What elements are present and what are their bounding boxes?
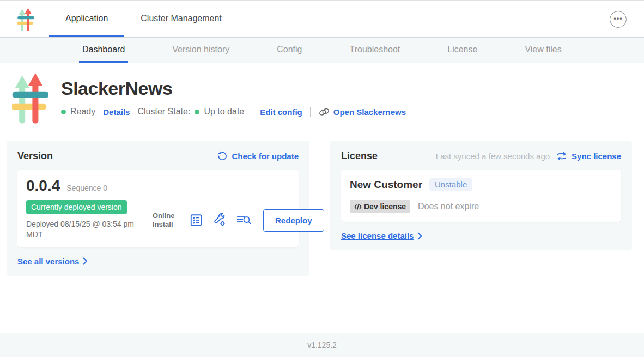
details-link[interactable]: Details — [103, 107, 130, 117]
cluster-state-dot — [195, 110, 199, 114]
version-sequence: Sequence 0 — [66, 184, 107, 192]
app-subnav: Dashboard Version history Config Trouble… — [0, 38, 644, 63]
divider — [310, 107, 311, 117]
deployed-timestamp: Deployed 08/15/25 @ 03:54 pm MDT — [26, 219, 143, 240]
ellipsis-icon: ••• — [613, 14, 623, 22]
channel-badge: Unstable — [429, 178, 472, 191]
dashboard-cards: Version Check for update 0.0.4 Sequence … — [7, 141, 632, 276]
console-footer: v1.125.2 — [0, 333, 644, 357]
version-card-title: Version — [17, 150, 53, 162]
edit-config-button[interactable] — [212, 213, 227, 227]
version-number: 0.0.4 — [26, 177, 60, 195]
install-type-label: Online Install — [153, 211, 180, 229]
license-card: License Last synced a few seconds ago Sy… — [330, 141, 632, 250]
more-options-button[interactable]: ••• — [610, 11, 627, 28]
sync-icon — [556, 152, 567, 161]
see-all-versions-link[interactable]: See all versions — [17, 257, 79, 266]
chevron-right-icon — [417, 232, 422, 240]
code-icon — [354, 204, 362, 210]
wrench-gear-icon — [212, 213, 227, 227]
slackernews-logo-icon — [17, 8, 34, 31]
tab-cluster-management[interactable]: Cluster Management — [124, 1, 238, 37]
console-version: v1.125.2 — [307, 341, 337, 349]
edit-config-link[interactable]: Edit config — [260, 107, 302, 117]
license-details-panel: New Customer Unstable Dev license Does n… — [341, 170, 621, 222]
customer-name: New Customer — [350, 179, 422, 191]
divider — [252, 107, 252, 117]
preflight-checklist-icon — [189, 213, 203, 227]
view-diff-button[interactable] — [236, 214, 251, 227]
link-icon — [318, 108, 330, 116]
check-for-update-link[interactable]: Check for update — [232, 152, 299, 161]
deployed-badge: Currently deployed version — [26, 200, 127, 214]
redeploy-button[interactable]: Redeploy — [263, 209, 324, 232]
app-ready-dot — [61, 110, 66, 114]
open-app-link[interactable]: Open Slackernews — [333, 107, 406, 117]
license-type-badge: Dev license — [350, 200, 410, 213]
version-card: Version Check for update 0.0.4 Sequence … — [7, 141, 309, 276]
see-license-details-link[interactable]: See license details — [341, 231, 414, 240]
subnav-dashboard[interactable]: Dashboard — [79, 38, 128, 63]
app-header: SlackerNews Ready Details Cluster State:… — [7, 72, 632, 124]
preflight-checks-button[interactable] — [189, 213, 203, 227]
license-card-title: License — [341, 150, 378, 162]
current-version-panel: 0.0.4 Sequence 0 Currently deployed vers… — [17, 170, 299, 247]
brand-logo — [17, 1, 34, 37]
cluster-state-value: Up to date — [204, 107, 244, 117]
page-title: SlackerNews — [61, 78, 406, 99]
chevron-right-icon — [83, 257, 88, 265]
dashboard-main: SlackerNews Ready Details Cluster State:… — [0, 63, 644, 333]
subnav-license[interactable]: License — [444, 38, 481, 63]
sync-license-link[interactable]: Sync license — [572, 152, 621, 161]
license-type-label: Dev license — [364, 202, 406, 211]
app-status-row: Ready Details Cluster State: Up to date … — [61, 107, 406, 117]
subnav-config[interactable]: Config — [274, 38, 305, 63]
license-expiry: Does not expire — [418, 202, 479, 211]
app-logo-icon — [12, 72, 48, 124]
top-tabs: Application Cluster Management — [49, 1, 238, 37]
refresh-icon[interactable] — [217, 151, 227, 161]
subnav-troubleshoot[interactable]: Troubleshoot — [346, 38, 403, 63]
cluster-state-label: Cluster State: — [137, 107, 190, 117]
top-bar: Application Cluster Management ••• — [0, 0, 644, 38]
subnav-view-files[interactable]: View files — [521, 38, 564, 63]
tab-application[interactable]: Application — [49, 1, 124, 37]
app-ready-label: Ready — [70, 107, 95, 117]
subnav-version-history[interactable]: Version history — [169, 38, 233, 63]
last-synced-text: Last synced a few seconds ago — [436, 152, 550, 161]
file-search-icon — [236, 214, 251, 227]
